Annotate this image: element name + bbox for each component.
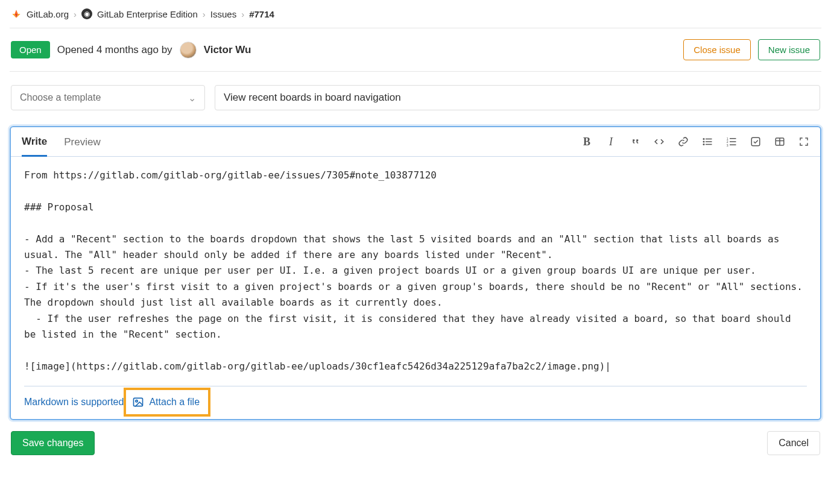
breadcrumb-issue-id: #7714: [249, 9, 274, 19]
italic-icon[interactable]: I: [605, 136, 616, 147]
svg-rect-5: [706, 144, 712, 145]
numbered-list-icon[interactable]: 123: [726, 136, 737, 147]
code-icon[interactable]: [654, 136, 665, 147]
markdown-help-link[interactable]: Markdown is supported: [24, 397, 124, 408]
bullet-list-icon[interactable]: [702, 136, 713, 147]
author-name[interactable]: Victor Wu: [204, 44, 251, 56]
svg-point-4: [703, 143, 705, 145]
editor-footer: Markdown is supported Attach a file: [11, 386, 820, 419]
tab-write[interactable]: Write: [22, 127, 47, 157]
quote-icon[interactable]: [630, 136, 640, 147]
status-badge: Open: [11, 41, 50, 58]
description-textarea[interactable]: From https://gitlab.com/gitlab-org/gitla…: [11, 157, 820, 386]
svg-rect-1: [706, 139, 712, 140]
svg-rect-3: [706, 141, 712, 142]
close-issue-button[interactable]: Close issue: [683, 39, 751, 60]
svg-rect-9: [730, 141, 736, 142]
breadcrumb: GitLab.org › ◉ GitLab Enterprise Edition…: [10, 5, 821, 28]
image-icon: [132, 396, 144, 408]
template-placeholder: Choose a template: [20, 92, 101, 103]
table-icon[interactable]: [774, 136, 785, 147]
breadcrumb-org[interactable]: GitLab.org: [27, 9, 69, 19]
svg-text:3: 3: [727, 143, 728, 147]
opened-text: Opened 4 months ago by: [57, 44, 172, 56]
fullscreen-icon[interactable]: [798, 136, 809, 147]
link-icon[interactable]: [678, 136, 689, 147]
chevron-right-icon: ›: [203, 9, 206, 19]
attach-file-button[interactable]: Attach a file: [124, 388, 210, 417]
avatar[interactable]: [180, 42, 197, 58]
svg-rect-11: [730, 145, 736, 146]
editor-toolbar: B I 123: [581, 136, 809, 147]
project-avatar-icon: ◉: [81, 8, 92, 19]
form-row: Choose a template ⌄: [10, 72, 821, 113]
bold-icon[interactable]: B: [581, 136, 592, 147]
svg-point-15: [136, 400, 137, 402]
svg-rect-12: [751, 137, 760, 146]
breadcrumb-project[interactable]: GitLab Enterprise Edition: [97, 9, 198, 19]
chevron-down-icon: ⌄: [188, 92, 196, 104]
issue-header: Open Opened 4 months ago by Victor Wu Cl…: [10, 28, 821, 72]
form-actions: Save changes Cancel: [10, 420, 821, 455]
editor-tabs: Write Preview B I 123: [11, 127, 820, 157]
svg-point-2: [703, 141, 705, 143]
breadcrumb-section[interactable]: Issues: [210, 9, 236, 19]
cancel-button[interactable]: Cancel: [767, 431, 820, 455]
chevron-right-icon: ›: [241, 9, 244, 19]
issue-title-input[interactable]: [215, 85, 820, 110]
template-select[interactable]: Choose a template ⌄: [11, 85, 205, 110]
svg-rect-14: [134, 398, 143, 406]
attach-file-label: Attach a file: [149, 397, 200, 408]
task-list-icon[interactable]: [750, 136, 761, 147]
svg-point-0: [703, 138, 705, 140]
svg-rect-7: [730, 138, 736, 139]
save-button[interactable]: Save changes: [11, 431, 95, 455]
gitlab-logo-icon: [11, 8, 22, 19]
tab-preview[interactable]: Preview: [64, 128, 100, 156]
description-editor: Write Preview B I 123 From https://gitla…: [10, 126, 821, 420]
chevron-right-icon: ›: [74, 9, 77, 19]
new-issue-button[interactable]: New issue: [758, 39, 820, 60]
